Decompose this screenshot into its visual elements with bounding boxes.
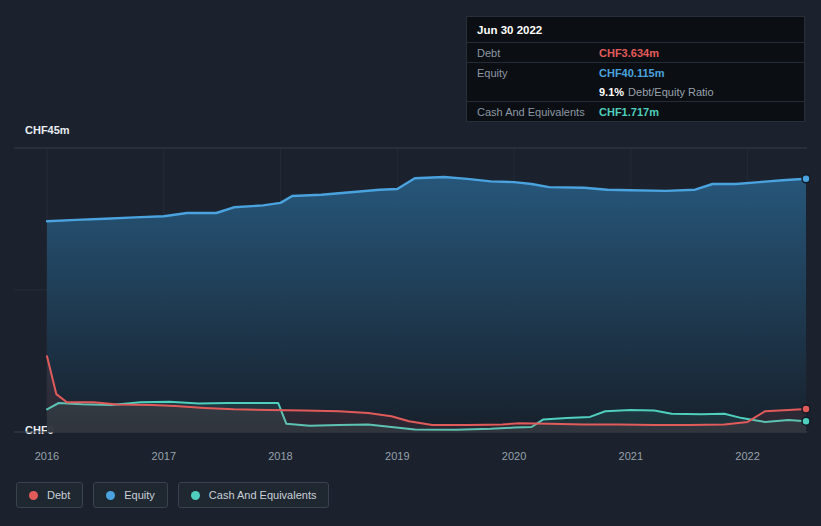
svg-text:2017: 2017 <box>152 450 176 462</box>
svg-text:2020: 2020 <box>502 450 526 462</box>
legend-label-equity: Equity <box>124 489 155 501</box>
svg-text:2018: 2018 <box>268 450 292 462</box>
tooltip-ratio-label: Debt/Equity Ratio <box>628 86 714 98</box>
legend-label-cash: Cash And Equivalents <box>209 489 317 501</box>
svg-text:2021: 2021 <box>619 450 643 462</box>
equity-legend-dot-icon <box>106 491 115 500</box>
chart-panel: CHF45m CHF0 2016201720182019202020212022… <box>0 0 821 526</box>
legend-item-debt[interactable]: Debt <box>16 482 83 508</box>
tooltip-debt-value: CHF3.634m <box>599 47 659 59</box>
tooltip-ratio-row: 9.1%Debt/Equity Ratio <box>467 82 804 102</box>
tooltip-cash-row: Cash And Equivalents CHF1.717m <box>467 102 804 121</box>
legend: Debt Equity Cash And Equivalents <box>16 482 329 508</box>
svg-text:2022: 2022 <box>735 450 759 462</box>
svg-text:2016: 2016 <box>35 450 59 462</box>
svg-text:2019: 2019 <box>385 450 409 462</box>
tooltip-equity-label: Equity <box>477 67 599 79</box>
tooltip-cash-value: CHF1.717m <box>599 106 659 118</box>
debt-legend-dot-icon <box>29 491 38 500</box>
tooltip-date: Jun 30 2022 <box>467 17 804 43</box>
tooltip-debt-row: Debt CHF3.634m <box>467 43 804 63</box>
tooltip-ratio-value-group: 9.1%Debt/Equity Ratio <box>599 86 714 98</box>
tooltip-equity-row: Equity CHF40.115m <box>467 63 804 82</box>
cash-legend-dot-icon <box>191 491 200 500</box>
chart-tooltip: Jun 30 2022 Debt CHF3.634m Equity CHF40.… <box>466 16 805 122</box>
tooltip-debt-label: Debt <box>477 47 599 59</box>
tooltip-ratio-value: 9.1% <box>599 86 624 98</box>
legend-label-debt: Debt <box>47 489 70 501</box>
legend-item-equity[interactable]: Equity <box>93 482 168 508</box>
tooltip-equity-value: CHF40.115m <box>599 67 664 79</box>
tooltip-cash-label: Cash And Equivalents <box>477 106 599 118</box>
legend-item-cash[interactable]: Cash And Equivalents <box>178 482 330 508</box>
